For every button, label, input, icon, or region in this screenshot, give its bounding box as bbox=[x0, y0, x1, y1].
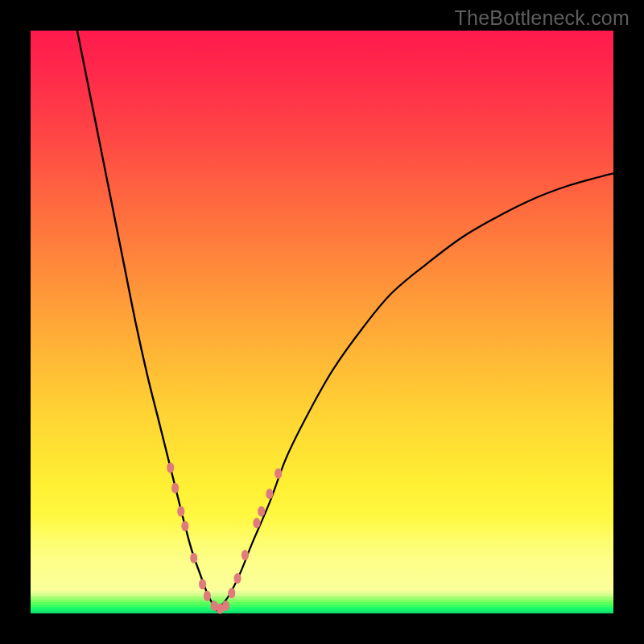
marker-layer bbox=[167, 463, 282, 614]
curve-layer bbox=[31, 31, 613, 613]
data-marker bbox=[266, 489, 273, 499]
data-marker bbox=[204, 591, 211, 601]
data-marker bbox=[228, 588, 235, 598]
data-marker bbox=[171, 483, 179, 493]
data-marker bbox=[242, 550, 249, 560]
watermark-text: TheBottleneck.com bbox=[455, 6, 630, 30]
data-marker bbox=[167, 463, 174, 473]
curve-left-branch bbox=[77, 31, 217, 610]
data-marker bbox=[190, 553, 197, 564]
data-marker bbox=[181, 521, 188, 531]
plot-area bbox=[31, 31, 613, 613]
data-marker bbox=[234, 573, 242, 584]
data-marker bbox=[199, 579, 206, 589]
data-marker bbox=[275, 469, 282, 479]
data-marker bbox=[258, 506, 265, 517]
chart-frame: TheBottleneck.com bbox=[0, 0, 644, 644]
curve-right-branch bbox=[217, 173, 613, 610]
data-marker bbox=[222, 601, 229, 611]
data-marker bbox=[177, 506, 184, 517]
data-marker bbox=[253, 518, 260, 528]
